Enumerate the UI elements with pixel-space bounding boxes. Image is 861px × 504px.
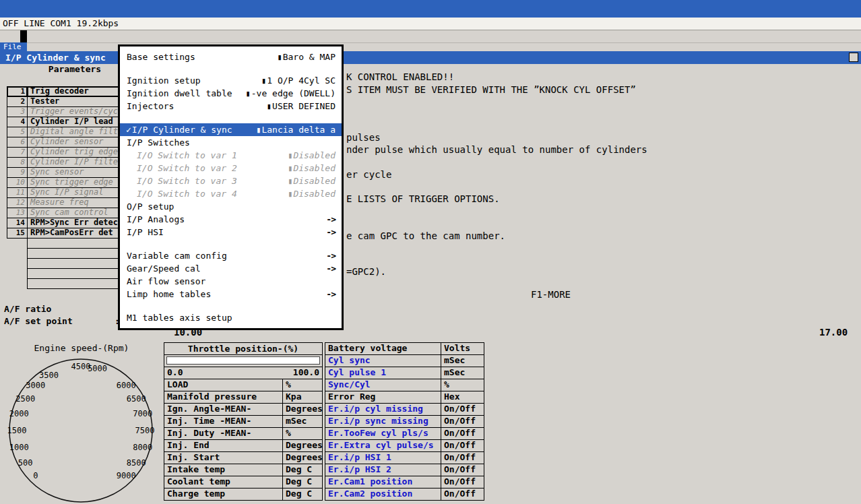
status-name: Cyl sync (325, 355, 441, 367)
help-text-line: nder pulse which usually equal to number… (346, 144, 647, 155)
value-row: LOAD % (164, 379, 323, 391)
menu-option[interactable]: I/P Analogs -> (120, 213, 342, 226)
submenu-arrow-icon: -> (326, 251, 336, 261)
parameter-number: 14 (7, 218, 28, 228)
value-marker-icon: ▮ (256, 125, 261, 135)
menu-item[interactable] (74, 30, 81, 43)
menu-option[interactable]: Limp home tables -> (120, 288, 342, 301)
throttle-table: Throttle position-(%) 0.0 100.0 LOAD % M… (164, 343, 323, 501)
menu-item[interactable] (40, 30, 47, 43)
menu-item[interactable] (0, 30, 7, 43)
menu-option[interactable]: I/P HSI -> (120, 226, 342, 239)
throttle-table-header: Throttle position-(%) (164, 342, 323, 355)
gauge-tick-label: 7500 (135, 426, 155, 435)
menu-option[interactable] (120, 63, 342, 74)
menu-item[interactable] (20, 30, 27, 43)
status-unit: On/Off (441, 489, 484, 500)
value-unit: Degrees (283, 452, 322, 464)
parameter-number: 15 (7, 228, 28, 239)
menu-option[interactable]: Ignition dwell table ▮ -ve edge (DWELL) (120, 87, 342, 100)
menu-option[interactable]: Air flow sensor (120, 275, 342, 288)
status-row: Er.i/p cyl missing On/Off (325, 403, 484, 416)
title-bar[interactable]: AUTRONIC [S/N-8774 SM4-1.09][SM4 base ca… (0, 0, 861, 18)
menu-option-label: Injectors (127, 101, 174, 111)
status-row: Error Reg Hex (325, 391, 484, 404)
submenu-arrow-icon: -> (326, 214, 336, 224)
engine-speed-gauge: Engine speed-(Rpm) 050010001500200025003… (3, 343, 160, 504)
sync-status-table: Battery voltage Volts Cyl sync mSec Cyl … (325, 343, 484, 501)
connection-status-bar: OFF LINE COM1 19.2kbps (0, 18, 861, 30)
menu-option[interactable]: Injectors ▮ USER DEFINED (120, 100, 342, 113)
menu-option-label: O/P setup (127, 201, 174, 212)
help-text-line: er cycle (346, 169, 391, 180)
status-unit: On/Off (441, 404, 484, 415)
menu-item[interactable] (27, 30, 34, 43)
status-name: Er.i/p cyl missing (325, 404, 441, 415)
menu-option[interactable] (120, 113, 342, 123)
child-file-menu[interactable]: File (0, 42, 27, 51)
menu-option-value: Lancia delta a (261, 125, 336, 135)
value-unit: Kpa (283, 391, 322, 403)
menu-option-label: Limp home tables (127, 289, 211, 299)
help-text-line: S ITEM MUST BE VERIFIED WITH THE ”KNOCK … (346, 84, 636, 95)
menu-option[interactable]: ✓ I/P Cylinder & sync ▮ Lancia delta a (120, 123, 342, 136)
value-name: Inj. End (164, 440, 283, 451)
value-marker-icon: ▮ (288, 164, 292, 173)
menu-item[interactable] (13, 30, 20, 43)
menu-option[interactable]: Base settings ▮ Baro & MAP (120, 51, 342, 63)
parameter-number: 12 (7, 197, 28, 208)
gauge-tick-label: 8000 (133, 443, 152, 452)
menu-item[interactable] (7, 30, 13, 43)
gauge-tick-label: 1500 (7, 426, 27, 435)
status-name: Er.Cam2 position (325, 489, 441, 500)
menu-option-value: 1 O/P 4Cyl SC (267, 75, 336, 86)
menu-item[interactable] (47, 30, 54, 43)
window-control-button[interactable] (849, 53, 858, 62)
menu-option[interactable]: Gear/Speed cal -> (120, 262, 342, 275)
value-marker-icon: ▮ (261, 76, 266, 86)
status-unit: On/Off (441, 440, 484, 451)
status-row: Er.i/p HSI 2 On/Off (325, 464, 484, 476)
value-name: Charge temp (164, 489, 283, 500)
parameter-number: 6 (7, 137, 28, 148)
menu-item[interactable] (34, 30, 40, 43)
value-marker-icon: ▮ (288, 177, 292, 186)
menu-option[interactable] (120, 301, 342, 311)
status-unit: On/Off (441, 452, 484, 464)
menu-option[interactable]: I/O Switch to var 1 ▮ Disabled (120, 149, 342, 162)
status-row: Sync/Cyl % (325, 379, 484, 391)
value-row: Manifold pressure Kpa (164, 391, 323, 404)
status-row: Er.i/p HSI 1 On/Off (325, 451, 484, 464)
af-scale-max: 17.00 (819, 327, 848, 338)
parameter-number: 9 (7, 167, 28, 178)
menu-option[interactable]: M1 tables axis setup (120, 311, 342, 324)
menu-option[interactable]: Variable cam config -> (120, 249, 342, 262)
status-row: Er.Cam1 position On/Off (325, 476, 484, 489)
value-name: Manifold pressure (164, 391, 283, 403)
throttle-position-row (164, 354, 323, 367)
value-unit: Degrees (283, 440, 322, 451)
menu-option[interactable]: Ignition setup ▮ 1 O/P 4Cyl SC (120, 74, 342, 87)
status-row: Er.Cam2 position On/Off (325, 488, 484, 501)
status-name: Er.TooFew cyl pls/s (325, 428, 441, 439)
menu-item[interactable] (61, 30, 67, 43)
menu-option[interactable]: O/P setup (120, 200, 342, 213)
status-row: Battery voltage Volts (325, 342, 484, 355)
menu-item[interactable] (54, 30, 61, 43)
value-marker-icon: ▮ (288, 189, 292, 199)
menu-option[interactable]: I/P Switches (120, 136, 342, 149)
menu-option[interactable]: I/O Switch to var 3 ▮ Disabled (120, 175, 342, 187)
menu-option[interactable] (120, 239, 342, 249)
menu-item[interactable] (67, 30, 74, 43)
menu-bar (0, 30, 861, 43)
throttle-scale-min: 0.0 (167, 367, 183, 379)
menu-option-label: Gear/Speed cal (127, 263, 201, 274)
status-unit: On/Off (441, 476, 484, 488)
submenu-arrow-icon: -> (326, 227, 336, 237)
menu-option[interactable]: I/O Switch to var 4 ▮ Disabled (120, 187, 342, 200)
value-row: Inj. Duty -MEAN- % (164, 427, 323, 440)
status-unit: % (441, 379, 484, 391)
menu-option[interactable]: I/O Switch to var 2 ▮ Disabled (120, 162, 342, 175)
status-row: Er.i/p sync missing On/Off (325, 415, 484, 428)
gauge-tick-label: 6000 (117, 381, 136, 390)
